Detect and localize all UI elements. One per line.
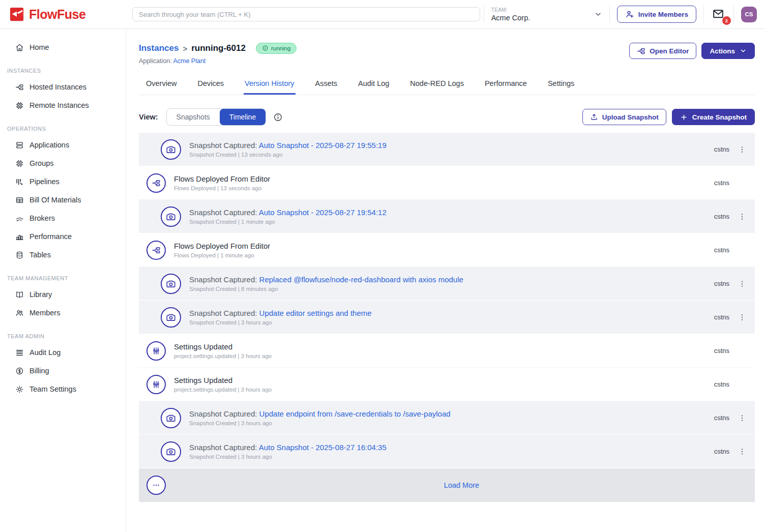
tab-overview[interactable]: Overview — [145, 75, 178, 95]
kebab-menu-icon[interactable] — [738, 413, 747, 423]
page-title: running-6012 — [191, 43, 246, 53]
create-snapshot-button[interactable]: Create Snapshot — [672, 109, 755, 125]
upload-icon — [590, 113, 598, 121]
users-icon — [15, 309, 24, 317]
snapshot-link[interactable]: Auto Snapshot - 2025-08-27 16:04:35 — [259, 443, 387, 452]
tab-audit-log[interactable]: Audit Log — [357, 75, 390, 95]
chip-icon — [15, 101, 24, 110]
snapshot-link[interactable]: Update editor settings and theme — [259, 309, 372, 317]
actions-button[interactable]: Actions — [701, 43, 755, 59]
view-toolbar: View: Snapshots Timeline Upload Snapshot… — [139, 108, 755, 126]
applications-icon — [15, 141, 24, 150]
kebab-menu-icon[interactable] — [738, 144, 747, 155]
snapshot-link[interactable]: Auto Snapshot - 2025-08-27 19:54:12 — [259, 208, 387, 217]
invite-members-label: Invite Members — [638, 11, 688, 18]
sidebar-item-library[interactable]: Library — [0, 285, 126, 304]
top-header: FlowFuse TEAM: Acme Corp. Invite Members… — [0, 0, 765, 29]
event-user: cstns — [714, 280, 729, 287]
team-selector[interactable]: TEAM: Acme Corp. — [491, 7, 602, 22]
sidebar-item-team-settings[interactable]: Team Settings — [0, 380, 126, 398]
invite-members-button[interactable]: Invite Members — [617, 6, 696, 23]
upload-snapshot-label: Upload Snapshot — [602, 113, 659, 121]
event-title-prefix: Snapshot Captured: — [189, 275, 259, 284]
tab-bar: Overview Devices Version History Assets … — [139, 75, 755, 95]
event-meta: Snapshot Created | 1 minute ago — [189, 219, 387, 225]
camera-icon — [161, 307, 181, 328]
tab-devices[interactable]: Devices — [196, 75, 225, 95]
sidebar-item-bill-of-materials[interactable]: Bill Of Materials — [0, 191, 126, 209]
tab-node-red-logs[interactable]: Node-RED Logs — [409, 75, 465, 95]
view-timeline-button[interactable]: Timeline — [220, 109, 266, 125]
flow-icon — [15, 83, 24, 92]
sidebar-item-label: Home — [30, 43, 49, 51]
timeline-event-row: Flows Deployed From Editor Flows Deploye… — [139, 166, 755, 200]
info-icon[interactable] — [273, 112, 283, 122]
editor-flow-icon — [637, 47, 645, 55]
sidebar-item-applications[interactable]: Applications — [0, 136, 126, 154]
event-meta: Snapshot Created | 3 hours ago — [189, 420, 451, 426]
snapshot-link[interactable]: Update endpoint from /save-credentials t… — [259, 409, 451, 418]
sidebar-item-remote-instances[interactable]: Remote Instances — [0, 96, 126, 114]
event-title-prefix: Snapshot Captured: — [189, 309, 259, 317]
event-title: Flows Deployed From Editor — [174, 174, 270, 183]
load-more-row: Load More — [139, 468, 755, 502]
user-plus-icon — [625, 10, 634, 19]
sidebar-item-audit-log[interactable]: Audit Log — [0, 343, 126, 362]
sidebar-item-label: Library — [30, 290, 52, 299]
tab-assets[interactable]: Assets — [314, 75, 339, 95]
chevron-down-icon — [740, 47, 747, 54]
tab-version-history[interactable]: Version History — [244, 75, 296, 95]
sidebar-item-billing[interactable]: Billing — [0, 362, 126, 380]
notifications-button[interactable]: 2 — [711, 8, 726, 21]
sidebar-item-home[interactable]: Home — [0, 38, 126, 56]
snapshot-link[interactable]: Auto Snapshot - 2025-08-27 19:55:19 — [259, 141, 387, 150]
kebab-menu-icon[interactable] — [738, 447, 747, 457]
flowfuse-logo[interactable]: FlowFuse — [0, 7, 126, 22]
sidebar-section-operations: OPERATIONS — [0, 126, 126, 132]
team-name: Acme Corp. — [491, 14, 531, 22]
sidebar-item-brokers[interactable]: Brokers — [0, 209, 126, 227]
breadcrumb-instances-link[interactable]: Instances — [139, 43, 179, 53]
view-label: View: — [139, 113, 158, 121]
event-title: Flows Deployed From Editor — [174, 242, 270, 250]
sliders-icon — [146, 375, 166, 394]
broadcast-icon — [15, 214, 24, 223]
avatar[interactable]: CS — [741, 7, 757, 22]
search-input[interactable] — [132, 7, 480, 21]
pipelines-icon — [15, 178, 24, 186]
kebab-menu-icon[interactable] — [738, 212, 747, 222]
sidebar-item-label: Pipelines — [30, 178, 60, 186]
divider — [484, 6, 484, 23]
tab-performance[interactable]: Performance — [484, 75, 528, 95]
main-content: Instances > running-6012 running Applica… — [126, 29, 765, 532]
sidebar-item-tables[interactable]: Tables — [0, 246, 126, 264]
tab-settings[interactable]: Settings — [547, 75, 575, 95]
sidebar-item-performance[interactable]: Performance — [0, 227, 126, 246]
sidebar-item-label: Tables — [30, 251, 51, 259]
sidebar-item-pipelines[interactable]: Pipelines — [0, 172, 126, 191]
timeline-event-row: Snapshot Captured: Update endpoint from … — [139, 401, 755, 435]
timeline: Snapshot Captured: Auto Snapshot - 2025-… — [139, 133, 755, 502]
open-editor-button[interactable]: Open Editor — [629, 43, 696, 59]
sidebar-item-label: Performance — [30, 232, 72, 241]
snapshot-link[interactable]: Replaced @flowfuse/node-red-dashboard wi… — [259, 275, 463, 284]
view-snapshots-button[interactable]: Snapshots — [167, 109, 220, 125]
event-user: cstns — [714, 213, 729, 220]
sidebar-section-team-management: TEAM MANAGEMENT — [0, 275, 126, 281]
event-user: cstns — [714, 380, 729, 388]
load-more-link[interactable]: Load More — [444, 481, 479, 489]
sidebar-section-team-admin: TEAM ADMIN — [0, 333, 126, 339]
flow-deploy-icon — [146, 241, 166, 260]
notification-badge: 2 — [722, 16, 731, 25]
sidebar-item-hosted-instances[interactable]: Hosted Instances — [0, 78, 126, 96]
audit-log-icon — [15, 348, 24, 357]
application-link[interactable]: Acme Plant — [173, 57, 205, 65]
application-label: Application: — [139, 57, 172, 65]
sidebar-item-groups[interactable]: Groups — [0, 154, 126, 172]
upload-snapshot-button[interactable]: Upload Snapshot — [582, 109, 666, 125]
event-user: cstns — [714, 448, 729, 455]
sidebar-item-members[interactable]: Members — [0, 304, 126, 322]
kebab-menu-icon[interactable] — [738, 279, 747, 289]
kebab-menu-icon[interactable] — [738, 312, 747, 322]
timeline-event-row: Settings Updated project.settings.update… — [139, 334, 755, 368]
